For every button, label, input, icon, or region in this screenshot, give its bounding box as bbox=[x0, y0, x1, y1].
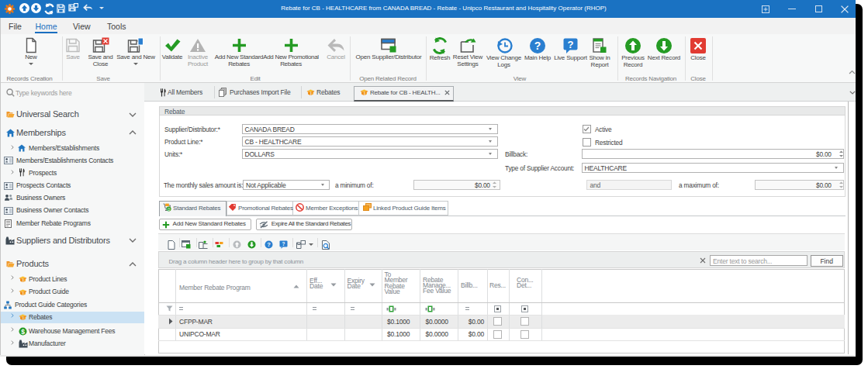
svg-text:?: ? bbox=[282, 241, 285, 247]
svg-text:?: ? bbox=[534, 40, 541, 52]
svg-text:?: ? bbox=[568, 39, 574, 50]
svg-text:$: $ bbox=[21, 328, 25, 336]
svg-text:?: ? bbox=[267, 241, 271, 248]
